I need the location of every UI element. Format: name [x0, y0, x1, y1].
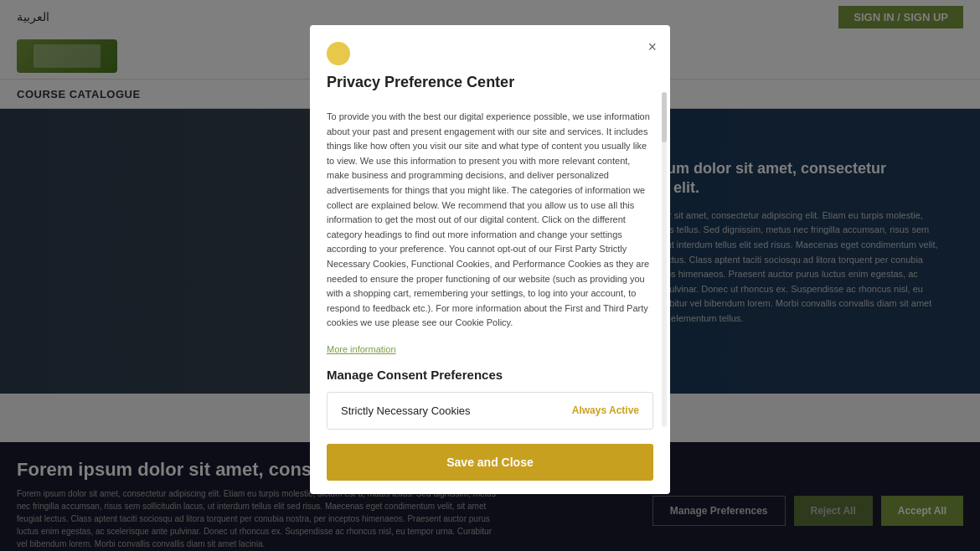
strictly-necessary-cookies-item: Strictly Necessary Cookies Always Active [327, 392, 653, 430]
modal-logo-icon [327, 42, 350, 65]
strictly-necessary-cookies-label: Strictly Necessary Cookies [341, 404, 471, 417]
modal-close-button[interactable]: × [647, 39, 657, 56]
modal-body: To provide you with the best our digital… [310, 110, 670, 430]
modal-title: Privacy Preference Center [327, 74, 653, 91]
modal-overlay: Privacy Preference Center × To provide y… [0, 0, 980, 551]
manage-consent-title: Manage Consent Preferences [327, 368, 653, 382]
save-and-close-button[interactable]: Save and Close [327, 444, 653, 481]
privacy-preference-modal: Privacy Preference Center × To provide y… [310, 25, 670, 494]
strictly-necessary-cookies-status: Always Active [572, 404, 639, 416]
scroll-track[interactable] [662, 92, 667, 427]
modal-header: Privacy Preference Center × [310, 25, 670, 110]
modal-footer: Save and Close [310, 430, 670, 494]
more-information-link[interactable]: More information [327, 344, 653, 354]
modal-description: To provide you with the best our digital… [327, 110, 653, 331]
